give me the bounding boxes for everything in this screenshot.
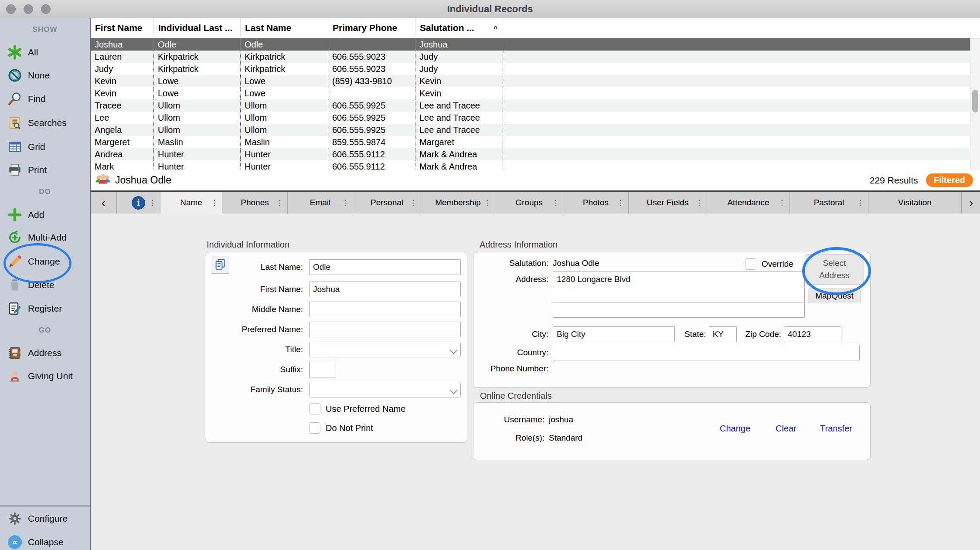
sidebar-divider xyxy=(0,506,90,506)
sidebar-item-change[interactable]: Change xyxy=(0,252,90,271)
sidebar-item-find[interactable]: Find xyxy=(0,89,90,109)
tab-attendance[interactable]: Attendance⋮ xyxy=(707,192,790,214)
record-name: Joshua Odle xyxy=(115,174,171,186)
title-dropdown[interactable] xyxy=(309,342,461,357)
sidebar-item-searches[interactable]: Searches xyxy=(0,113,90,132)
tab-user-fields[interactable]: User Fields⋮ xyxy=(629,192,707,214)
table-row[interactable]: LeeUllomUllom606.555.9925Lee and Tracee xyxy=(91,112,970,124)
override-checkbox[interactable] xyxy=(745,258,756,270)
sidebar-item-grid[interactable]: Grid xyxy=(0,137,90,156)
mapquest-button[interactable]: MapQuest xyxy=(808,289,861,303)
table-row[interactable]: JudyKirkpatrickKirkpatrick606.555.9023Ju… xyxy=(91,63,970,75)
sidebar-item-add[interactable]: Add xyxy=(0,205,90,224)
first-name-field[interactable] xyxy=(309,282,461,297)
middle-name-field[interactable] xyxy=(309,302,461,317)
sidebar-item-label: Print xyxy=(28,165,47,175)
do-not-print-checkbox[interactable] xyxy=(309,422,320,434)
sidebar-item-delete[interactable]: Delete xyxy=(0,275,90,295)
sidebar-item-register[interactable]: Register xyxy=(0,299,90,318)
sort-ascending-icon: ^ xyxy=(493,24,498,33)
sidebar-item-print[interactable]: Print xyxy=(0,160,90,180)
table-scrollbar[interactable] xyxy=(970,38,980,170)
table-row[interactable]: KevinLoweLoweKevin xyxy=(91,87,970,99)
tab-visitation[interactable]: Visitation xyxy=(868,192,962,214)
tab-grip-icon: ⋮ xyxy=(341,198,349,207)
last-name-field[interactable] xyxy=(309,259,461,275)
transfer-credentials-link[interactable]: Transfer xyxy=(820,424,852,434)
country-field[interactable] xyxy=(553,345,860,360)
table-row[interactable]: KevinLoweLowe(859) 433-9810Kevin xyxy=(91,75,970,87)
roles-value: Standard xyxy=(549,433,582,443)
table-row[interactable]: MargeretMaslinMaslin859.555.9874Margaret xyxy=(91,136,970,148)
tab-info[interactable]: i ⋮ xyxy=(117,192,160,214)
collapse-circle-icon: « xyxy=(6,533,24,550)
address-line3-field[interactable] xyxy=(553,302,805,318)
sidebar-item-label: Add xyxy=(28,210,44,220)
zip-code-field[interactable] xyxy=(784,326,841,342)
sidebar-item-address[interactable]: Address xyxy=(0,343,90,363)
tabs-scroll-left-button[interactable]: ‹ xyxy=(91,192,117,214)
tab-grip-icon: ⋮ xyxy=(695,198,703,207)
pencil-icon xyxy=(6,253,24,270)
column-header-first-name[interactable]: First Name xyxy=(91,18,154,38)
city-label: City: xyxy=(473,329,548,339)
preferred-name-field[interactable] xyxy=(309,322,461,337)
table-row[interactable]: AngelaUllomUllom606.555.9925Lee and Trac… xyxy=(91,124,970,136)
sidebar-item-none[interactable]: None xyxy=(0,66,90,85)
table-row[interactable]: MarkHunterHunter606.555.9112Mark & Andre… xyxy=(91,160,970,170)
clear-credentials-link[interactable]: Clear xyxy=(776,424,796,434)
table-row[interactable]: TraceeUllomUllom606.555.9925Lee and Trac… xyxy=(91,99,970,112)
tab-personal[interactable]: Personal⋮ xyxy=(353,192,421,214)
people-icon xyxy=(95,173,111,188)
sidebar-item-all[interactable]: All xyxy=(0,43,90,62)
use-preferred-name-checkbox[interactable] xyxy=(309,403,320,414)
table-row[interactable]: LaurenKirkpatrickKirkpatrick606.555.9023… xyxy=(91,51,970,63)
sidebar-item-label: Collapse xyxy=(28,537,64,547)
sidebar-item-label: None xyxy=(28,70,50,81)
table-row[interactable]: AndreaHunterHunter606.555.9112Mark & And… xyxy=(91,148,970,160)
column-header-primary-phone[interactable]: Primary Phone xyxy=(328,18,415,38)
tab-grip-icon: ⋮ xyxy=(857,198,864,207)
tab-pastoral[interactable]: Pastoral⋮ xyxy=(790,192,868,214)
first-name-label: First Name: xyxy=(211,285,303,294)
sidebar-section-show: SHOW xyxy=(0,23,90,36)
state-field[interactable] xyxy=(709,326,737,342)
tabs-scroll-right-button[interactable]: › xyxy=(962,192,980,214)
scrollbar-thumb[interactable] xyxy=(972,90,978,112)
tab-grip-icon: ⋮ xyxy=(483,198,491,207)
tab-photos[interactable]: Photos⋮ xyxy=(563,192,629,214)
city-field[interactable] xyxy=(553,326,675,342)
tab-name[interactable]: Name⋮ xyxy=(160,192,222,214)
address-line1-field[interactable] xyxy=(553,272,805,287)
sidebar-item-label: Giving Unit xyxy=(28,371,73,381)
plus-icon xyxy=(6,206,24,224)
tab-phones[interactable]: Phones⋮ xyxy=(222,192,288,214)
change-credentials-link[interactable]: Change xyxy=(720,424,750,434)
magnifier-icon xyxy=(6,90,24,108)
column-header-individual-last[interactable]: Individual Last ... xyxy=(154,18,241,38)
column-header-last-name[interactable]: Last Name xyxy=(241,18,328,38)
tab-email[interactable]: Email⋮ xyxy=(288,192,353,214)
sidebar: SHOW All None Find Searches Grid Print D… xyxy=(0,18,91,550)
online-credentials-title: Online Credentials xyxy=(480,391,552,401)
tab-grip-icon: ⋮ xyxy=(149,198,156,207)
zip-code-label: Zip Code: xyxy=(745,329,781,339)
table-header-row: First Name Individual Last ... Last Name… xyxy=(91,18,980,38)
select-address-button[interactable]: Select Address xyxy=(805,254,864,285)
sidebar-item-multi-add[interactable]: Multi-Add xyxy=(0,228,90,247)
tab-groups[interactable]: Groups⋮ xyxy=(495,192,563,214)
sidebar-item-configure[interactable]: Configure xyxy=(0,509,90,528)
sidebar-item-giving-unit[interactable]: Giving Unit xyxy=(0,367,90,386)
do-not-print-label: Do Not Print xyxy=(326,423,373,433)
suffix-field[interactable] xyxy=(309,362,336,377)
tab-grip-icon: ⋮ xyxy=(551,198,559,207)
tab-grip-icon: ⋮ xyxy=(617,198,624,207)
sidebar-item-collapse[interactable]: « Collapse xyxy=(0,533,90,550)
tab-membership[interactable]: Membership⋮ xyxy=(421,192,495,214)
address-line2-field[interactable] xyxy=(553,287,805,302)
family-status-dropdown[interactable] xyxy=(309,382,461,397)
table-row[interactable]: JoshuaOdleOdleJoshua xyxy=(91,38,970,51)
column-header-salutation[interactable]: Salutation ...^ xyxy=(415,18,503,38)
tab-grip-icon: ⋮ xyxy=(778,198,786,207)
printer-icon xyxy=(6,161,24,179)
